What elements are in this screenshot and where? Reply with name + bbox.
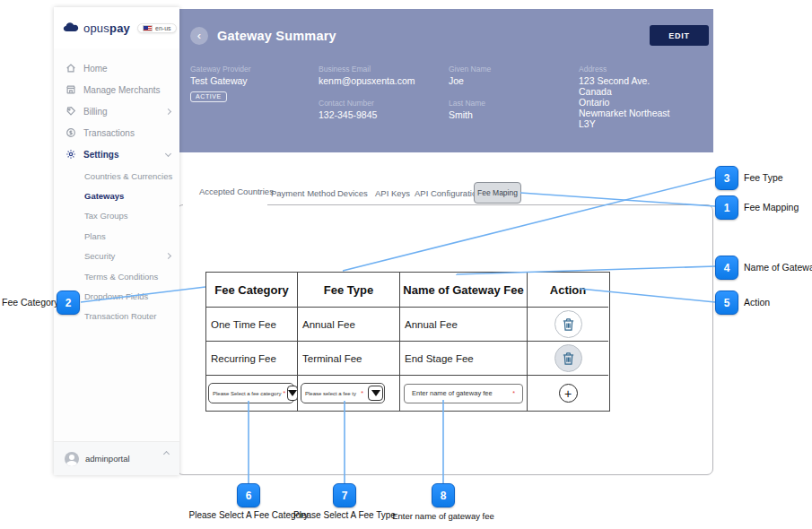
field-value: Joe bbox=[449, 75, 547, 86]
badge-number: 5 bbox=[724, 297, 730, 309]
user-name: adminportal bbox=[85, 454, 130, 464]
field-label: Business Email bbox=[319, 65, 444, 74]
gateway-provider-field: Gateway Provider Test Gateway ACTIVE bbox=[190, 65, 316, 102]
column-header-gateway-fee-name: Name of Gateway Fee bbox=[399, 273, 527, 307]
address-line: 123 Second Ave. bbox=[579, 75, 713, 86]
delete-row-button[interactable] bbox=[554, 344, 582, 372]
home-icon bbox=[65, 63, 76, 74]
fee-mapping-table: Fee Category Fee Type Name of Gateway Fe… bbox=[205, 272, 610, 412]
fee-type-dropdown[interactable]: Please select a fee ty* bbox=[301, 383, 385, 403]
dropdown-placeholder: Please Select a fee category bbox=[213, 391, 281, 396]
badge-number: 7 bbox=[342, 490, 348, 502]
sidebar-menu: Home Manage Merchants Billing Transactio… bbox=[54, 57, 179, 165]
sidebar-item-transactions[interactable]: Transactions bbox=[54, 122, 179, 143]
sidebar-item-label: Transactions bbox=[83, 128, 135, 138]
gateway-summary-header: ‹ Gateway Summary EDIT Gateway Provider … bbox=[179, 9, 713, 152]
sidebar-item-billing[interactable]: Billing bbox=[54, 100, 179, 122]
field-label: Given Name bbox=[449, 65, 547, 74]
tab-api-configuration[interactable]: API Configuration bbox=[415, 188, 481, 198]
column-header-action: Action bbox=[527, 273, 608, 307]
hero-titlebar: ‹ Gateway Summary bbox=[190, 27, 336, 45]
trash-icon bbox=[562, 317, 575, 332]
sidebar-item-gateways[interactable]: Gateways bbox=[54, 186, 179, 205]
address-line: Canada bbox=[579, 86, 713, 97]
back-button[interactable]: ‹ bbox=[190, 27, 208, 45]
dollar-circle-icon bbox=[65, 127, 76, 139]
callout-badge-3: 3 bbox=[715, 166, 738, 190]
table-cell-new-category: Please Select a fee category* bbox=[206, 375, 297, 411]
badge-number: 3 bbox=[724, 172, 730, 185]
user-account-row[interactable]: adminportal bbox=[54, 441, 179, 475]
table-cell: Recurring Fee bbox=[206, 341, 297, 375]
submenu-label: Plans bbox=[84, 231, 106, 241]
sidebar-item-home[interactable]: Home bbox=[54, 57, 179, 79]
callout-badge-1: 1 bbox=[715, 195, 738, 220]
locale-selector[interactable]: en-us bbox=[137, 23, 177, 33]
callout-label-action: Action bbox=[744, 297, 770, 308]
address-line: Ontario bbox=[579, 97, 713, 108]
storefront-icon bbox=[65, 84, 76, 96]
back-icon: ‹ bbox=[197, 29, 201, 42]
submenu-label: Gateways bbox=[84, 191, 124, 201]
dropdown-placeholder: Please select a fee ty bbox=[305, 391, 356, 396]
sidebar-item-security[interactable]: Security bbox=[54, 247, 179, 266]
callout-badge-7: 7 bbox=[333, 483, 356, 507]
badge-number: 2 bbox=[65, 297, 72, 309]
tab-accepted-countries[interactable]: Accepted Countries bbox=[199, 186, 274, 196]
delete-row-button[interactable] bbox=[554, 310, 582, 338]
field-value: Test Gateway bbox=[190, 75, 316, 86]
gateway-fee-name-input[interactable]: Enter name of gateway fee* bbox=[404, 384, 523, 403]
required-asterisk: * bbox=[361, 390, 363, 396]
sidebar-item-terms-conditions[interactable]: Terms & Conditions bbox=[54, 266, 179, 286]
callout-label-fee-category: Fee Category bbox=[2, 297, 54, 308]
field-value: Smith bbox=[449, 109, 547, 120]
tab-payment-method[interactable]: Payment Method bbox=[271, 188, 336, 198]
callout-badge-6: 6 bbox=[237, 483, 260, 507]
trash-icon bbox=[562, 351, 575, 366]
tab-api-keys[interactable]: API Keys bbox=[375, 188, 410, 198]
table-cell-new-name: Enter name of gateway fee* bbox=[399, 375, 527, 411]
sidebar-item-label: Home bbox=[83, 64, 108, 74]
page-title: Gateway Summary bbox=[217, 29, 336, 43]
triangle-down-icon bbox=[371, 390, 380, 396]
sidebar-item-plans[interactable]: Plans bbox=[54, 226, 179, 246]
callout-label-select-fee-category: Please Select A Fee Category bbox=[189, 510, 309, 520]
sidebar-item-tax-groups[interactable]: Tax Groups bbox=[54, 206, 179, 226]
column-header-fee-category: Fee Category bbox=[206, 273, 297, 307]
callout-label-select-fee-type: Please Select A Fee Type bbox=[293, 510, 396, 520]
field-label: Contact Number bbox=[319, 99, 444, 108]
submenu-label: Countries & Currencies bbox=[84, 171, 172, 181]
address-line: L3Y bbox=[579, 118, 713, 129]
sidebar-item-label: Billing bbox=[83, 107, 108, 117]
screenshot-root: opuspay en-us Home Manage Merchants Bill… bbox=[0, 0, 812, 529]
add-row-button[interactable]: + bbox=[559, 384, 578, 403]
tab-fee-mapping[interactable]: Fee Maping bbox=[474, 182, 521, 204]
fee-category-dropdown[interactable]: Please Select a fee category* bbox=[208, 383, 294, 403]
tab-devices[interactable]: Devices bbox=[337, 188, 368, 198]
tab-label: Fee Maping bbox=[477, 188, 518, 197]
dropdown-arrow-button[interactable] bbox=[368, 386, 383, 401]
sidebar-item-manage-merchants[interactable]: Manage Merchants bbox=[54, 79, 179, 100]
edit-button[interactable]: EDIT bbox=[650, 25, 709, 46]
field-label: Last Name bbox=[449, 99, 547, 108]
callout-badge-4: 4 bbox=[715, 256, 738, 280]
sidebar: opuspay en-us Home Manage Merchants Bill… bbox=[54, 7, 179, 475]
submenu-label: Tax Groups bbox=[84, 211, 128, 221]
table-cell: Annual Fee bbox=[297, 307, 399, 341]
field-label: Address bbox=[579, 65, 713, 74]
required-asterisk: * bbox=[512, 390, 515, 396]
sidebar-item-settings[interactable]: Settings bbox=[54, 143, 179, 165]
opuspay-cloud-logo-icon bbox=[63, 20, 79, 36]
callout-label-fee-mapping: Fee Mapping bbox=[744, 202, 799, 212]
price-tag-icon bbox=[65, 106, 76, 117]
address-field: Address 123 Second Ave. Canada Ontario N… bbox=[579, 65, 713, 129]
table-cell: Terminal Fee bbox=[297, 341, 399, 375]
submenu-label: Dropdown Fields bbox=[84, 291, 148, 301]
sidebar-item-countries-currencies[interactable]: Countries & Currencies bbox=[54, 166, 179, 186]
badge-number: 6 bbox=[246, 490, 252, 502]
field-value: 132-345-9845 bbox=[319, 109, 444, 120]
callout-badge-8: 8 bbox=[432, 483, 455, 507]
field-label: Gateway Provider bbox=[190, 65, 316, 74]
chevron-right-icon bbox=[165, 108, 171, 114]
table-cell: End Stage Fee bbox=[399, 341, 527, 375]
